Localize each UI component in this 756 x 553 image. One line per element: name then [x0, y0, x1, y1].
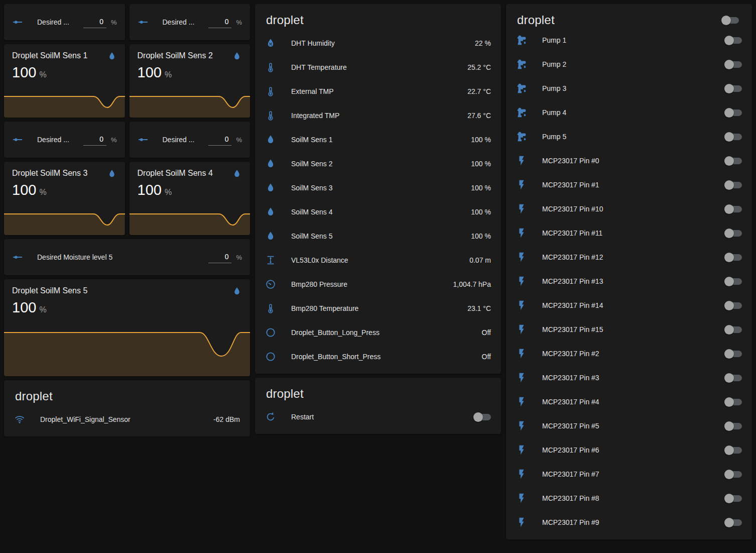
- sensor-unit: %: [39, 70, 46, 79]
- thermometer-icon: [265, 62, 276, 73]
- circle-icon: [265, 327, 276, 338]
- toggle-switch[interactable]: [725, 37, 742, 44]
- switch-row: MCP23017 Pin #3: [516, 366, 742, 390]
- flash-icon: [516, 179, 527, 190]
- history-sparkline: [4, 94, 125, 118]
- entity-row[interactable]: SoilM Sens 2 100 %: [265, 152, 491, 176]
- entity-row[interactable]: SoilM Sens 5 100 %: [265, 224, 491, 248]
- switch-row: MCP23017 Pin #6: [516, 438, 742, 462]
- entity-row[interactable]: External TMP 22.7 °C: [265, 79, 491, 103]
- toggle-switch[interactable]: [725, 182, 742, 188]
- toggle-switch[interactable]: [725, 85, 742, 92]
- slider-icon: [12, 252, 23, 263]
- toggle-switch[interactable]: [725, 326, 742, 333]
- entity-row[interactable]: SoilM Sens 1 100 %: [265, 128, 491, 152]
- entity-name: SoilM Sens 4: [291, 208, 332, 216]
- toggle-switch[interactable]: [474, 414, 491, 420]
- water-icon: [232, 169, 242, 179]
- number-input[interactable]: 0: [83, 17, 106, 28]
- soil-sensor-card-3[interactable]: Droplet SoilM Sens 3 100 %: [4, 162, 125, 235]
- entity-name: MCP23017 Pin #12: [542, 253, 603, 261]
- slider-icon: [138, 134, 149, 145]
- toggle-switch[interactable]: [725, 61, 742, 68]
- input-label: Desired ...: [163, 136, 195, 144]
- switch-row: MCP23017 Pin #12: [516, 245, 742, 269]
- entity-name: Droplet_Button_Long_Press: [291, 328, 380, 337]
- desired-moisture-card-5: Desired Moisture level 5 0 %: [4, 239, 250, 275]
- flash-icon: [516, 276, 527, 287]
- entity-name: MCP23017 Pin #13: [542, 277, 603, 285]
- entity-row[interactable]: Bmp280 Temperature 23.1 °C: [265, 296, 491, 320]
- entity-row[interactable]: Droplet_Button_Short_Press Off: [265, 345, 491, 369]
- input-unit: %: [236, 136, 242, 144]
- soil-sensor-card-1[interactable]: Droplet SoilM Sens 1 100 %: [4, 44, 125, 118]
- water-icon: [265, 206, 276, 217]
- soil-sensor-card-5[interactable]: Droplet SoilM Sens 5 100 %: [4, 279, 250, 376]
- group-toggle-switch[interactable]: [722, 17, 739, 24]
- desired-row-2: Desired ... 0 % Desired ... 0 %: [4, 122, 250, 158]
- switch-row: MCP23017 Pin #1: [516, 173, 742, 197]
- entity-state: 1,004.7 hPa: [453, 280, 491, 288]
- entity-row[interactable]: DHT Humidity 22 %: [265, 31, 491, 55]
- entity-row[interactable]: Bmp280 Pressure 1,004.7 hPa: [265, 272, 491, 296]
- input-unit: %: [111, 19, 117, 26]
- entity-row[interactable]: Droplet_WiFi_Signal_Sensor -62 dBm: [14, 407, 240, 431]
- toggle-switch[interactable]: [725, 495, 742, 502]
- entity-state: 22 %: [475, 39, 491, 47]
- entity-name: MCP23017 Pin #0: [542, 157, 599, 165]
- entity-state: Off: [482, 328, 491, 337]
- entity-name: SoilM Sens 5: [291, 232, 332, 240]
- sensor-unit: %: [39, 188, 46, 197]
- wifi-signal-card: droplet Droplet_WiFi_Signal_Sensor -62 d…: [4, 380, 250, 436]
- toggle-switch[interactable]: [725, 302, 742, 309]
- toggle-switch[interactable]: [725, 351, 742, 357]
- flash-icon: [516, 372, 527, 383]
- thermometer-icon: [265, 303, 276, 314]
- history-sparkline: [130, 212, 250, 235]
- toggle-switch[interactable]: [725, 158, 742, 164]
- input-label: Desired ...: [37, 136, 69, 144]
- entity-name: MCP23017 Pin #1: [542, 181, 599, 189]
- restart-card: droplet Restart: [255, 378, 501, 434]
- toggle-switch[interactable]: [725, 134, 742, 140]
- soil-sensor-card-2[interactable]: Droplet SoilM Sens 2 100 %: [130, 44, 250, 118]
- entity-name: Pump 3: [542, 84, 566, 92]
- entity-name: DHT Temperature: [291, 63, 347, 71]
- card-title: droplet: [266, 387, 491, 401]
- number-input[interactable]: 0: [83, 134, 106, 146]
- middle-column: droplet DHT Humidity 22 % DHT Temperatur…: [255, 4, 501, 434]
- flash-icon: [516, 420, 527, 431]
- toggle-switch[interactable]: [725, 230, 742, 237]
- slider-icon: [12, 134, 23, 145]
- entity-row[interactable]: SoilM Sens 3 100 %: [265, 176, 491, 200]
- soil-sensor-card-4[interactable]: Droplet SoilM Sens 4 100 %: [130, 162, 250, 235]
- entity-name: DHT Humidity: [291, 39, 335, 47]
- toggle-switch[interactable]: [725, 423, 742, 429]
- number-input[interactable]: 0: [208, 134, 231, 146]
- switch-row: Pump 2: [516, 52, 742, 76]
- entity-row[interactable]: DHT Temperature 25.2 °C: [265, 55, 491, 79]
- toggle-switch[interactable]: [725, 375, 742, 381]
- toggle-switch[interactable]: [725, 278, 742, 285]
- number-input[interactable]: 0: [208, 252, 231, 263]
- number-input[interactable]: 0: [208, 17, 231, 28]
- entity-state: 25.2 °C: [467, 63, 491, 71]
- entity-row[interactable]: SoilM Sens 4 100 %: [265, 200, 491, 224]
- toggle-switch[interactable]: [725, 519, 742, 526]
- distance-icon: [265, 255, 276, 266]
- toggle-switch[interactable]: [725, 471, 742, 478]
- entity-name: MCP23017 Pin #11: [542, 229, 602, 237]
- entity-row[interactable]: Integrated TMP 27.6 °C: [265, 103, 491, 128]
- toggle-switch[interactable]: [725, 109, 742, 116]
- history-sparkline: [4, 212, 125, 235]
- entity-row[interactable]: VL53L0x Distance 0.07 m: [265, 248, 491, 272]
- left-column: Desired ... 0 % Desired ... 0 % Droplet …: [4, 4, 250, 436]
- card-title: Droplet SoilM Sens 2: [138, 51, 213, 60]
- entity-row[interactable]: Droplet_Button_Long_Press Off: [265, 320, 491, 345]
- toggle-switch[interactable]: [725, 447, 742, 454]
- toggle-switch[interactable]: [725, 254, 742, 261]
- toggle-switch[interactable]: [725, 399, 742, 405]
- switch-row: MCP23017 Pin #7: [516, 462, 742, 486]
- toggle-switch[interactable]: [725, 206, 742, 212]
- slider-icon: [12, 17, 23, 28]
